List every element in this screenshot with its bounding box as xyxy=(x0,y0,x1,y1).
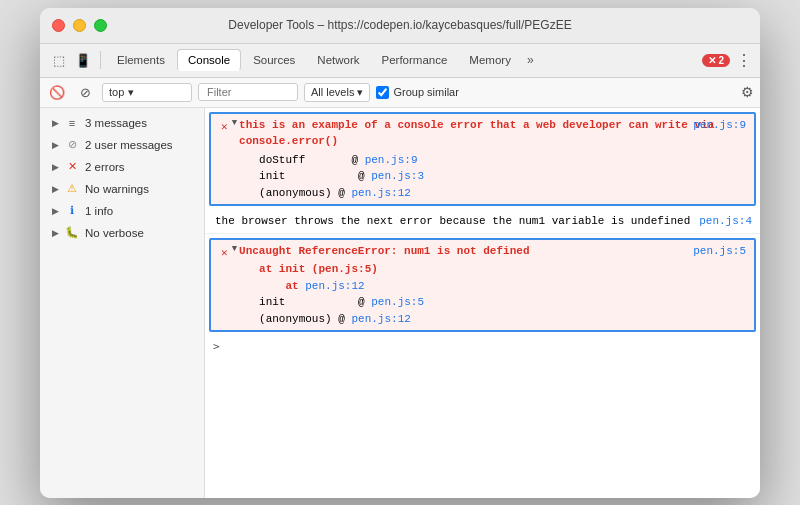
error1-icon: ✕ xyxy=(221,119,228,136)
error2-icon: ✕ xyxy=(221,245,228,262)
error2-slink1[interactable]: pen.js:12 xyxy=(351,313,410,325)
tab-performance[interactable]: Performance xyxy=(372,50,458,70)
sidebar-errors-label: 2 errors xyxy=(85,161,125,173)
console-entry-error2: ✕ ▼ Uncaught ReferenceError: num1 is not… xyxy=(209,238,756,333)
error2-sub2: at pen.js:12 xyxy=(259,278,748,295)
info-icon: ℹ xyxy=(65,204,79,218)
console-prompt[interactable]: > xyxy=(205,336,760,357)
console-settings-icon[interactable]: ⚙ xyxy=(741,84,754,100)
info1-main-text: the browser throws the next error becaus… xyxy=(215,215,690,227)
chevron-user-icon: ▶ xyxy=(52,140,59,150)
error2-content: Uncaught ReferenceError: num1 is not def… xyxy=(239,243,748,328)
error1-main-text: this is an example of a console error th… xyxy=(239,119,714,148)
chevron-verbose-icon: ▶ xyxy=(52,228,59,238)
content-area: ▶ ≡ 3 messages ▶ ⊘ 2 user messages ▶ ✕ 2… xyxy=(40,108,760,498)
minimize-button[interactable] xyxy=(73,19,86,32)
close-button[interactable] xyxy=(52,19,65,32)
list-icon: ≡ xyxy=(65,116,79,130)
verbose-icon: 🐛 xyxy=(65,226,79,240)
error1-stack-row-2: (anonymous) @ pen.js:12 xyxy=(259,185,748,202)
error2-stack-row-1: (anonymous) @ pen.js:12 xyxy=(259,311,748,328)
window-controls xyxy=(52,19,107,32)
title-bar: Developer Tools – https://codepen.io/kay… xyxy=(40,8,760,44)
console-output: ✕ ▼ this is an example of a console erro… xyxy=(205,108,760,498)
sidebar-item-user-messages[interactable]: ▶ ⊘ 2 user messages xyxy=(40,134,204,156)
tab-console[interactable]: Console xyxy=(177,49,241,71)
error2-stack: at init (pen.js:5) at pen.js:12 init @ p… xyxy=(239,261,748,327)
error1-link0[interactable]: pen.js:9 xyxy=(365,154,418,166)
error2-file-link[interactable]: pen.js:5 xyxy=(693,245,746,257)
inspect-icon[interactable]: ⬚ xyxy=(48,49,70,71)
error2-fn1: (anonymous) xyxy=(259,313,332,325)
chevron-warnings-icon: ▶ xyxy=(52,184,59,194)
error1-collapse-arrow[interactable]: ▼ xyxy=(232,117,237,131)
sidebar-item-verbose[interactable]: ▶ 🐛 No verbose xyxy=(40,222,204,244)
toolbar-right: ✕ 2 ⋮ xyxy=(702,51,752,70)
error1-link2[interactable]: pen.js:12 xyxy=(351,187,410,199)
warning-icon: ⚠ xyxy=(65,182,79,196)
console-input[interactable] xyxy=(224,340,624,353)
tab-network[interactable]: Network xyxy=(307,50,369,70)
sidebar-user-label: 2 user messages xyxy=(85,139,173,151)
menu-dots-button[interactable]: ⋮ xyxy=(736,51,752,70)
console-toolbar: 🚫 ⊘ top ▾ All levels ▾ Group similar ⚙ xyxy=(40,78,760,108)
context-label: top xyxy=(109,86,124,98)
error1-link1[interactable]: pen.js:3 xyxy=(371,170,424,182)
console-entry-info1: the browser throws the next error becaus… xyxy=(205,210,760,234)
maximize-button[interactable] xyxy=(94,19,107,32)
error1-stack-row-0: doStuff @ pen.js:9 xyxy=(259,152,748,169)
sidebar-item-errors[interactable]: ▶ ✕ 2 errors xyxy=(40,156,204,178)
sidebar-verbose-label: No verbose xyxy=(85,227,144,239)
error2-slink0[interactable]: pen.js:5 xyxy=(371,296,424,308)
group-similar-label[interactable]: Group similar xyxy=(376,86,458,99)
chevron-messages-icon: ▶ xyxy=(52,118,59,128)
error-icon: ✕ xyxy=(65,160,79,174)
error-count-badge: ✕ 2 xyxy=(702,54,730,67)
context-select[interactable]: top ▾ xyxy=(102,83,192,102)
error1-fn2: (anonymous) xyxy=(259,187,332,199)
sidebar-warnings-label: No warnings xyxy=(85,183,149,195)
level-select[interactable]: All levels ▾ xyxy=(304,83,370,102)
toolbar-separator xyxy=(100,51,101,69)
chevron-info-icon: ▶ xyxy=(52,206,59,216)
group-similar-text: Group similar xyxy=(393,86,458,98)
console-entry-error1: ✕ ▼ this is an example of a console erro… xyxy=(209,112,756,207)
error1-fn0: doStuff xyxy=(259,154,305,166)
filter-input[interactable] xyxy=(198,83,298,101)
group-similar-checkbox[interactable] xyxy=(376,86,389,99)
error1-stack: doStuff @ pen.js:9 init @ pen.js:3 (anon… xyxy=(239,152,748,202)
info1-file-link[interactable]: pen.js:4 xyxy=(699,215,752,227)
sidebar-item-info[interactable]: ▶ ℹ 1 info xyxy=(40,200,204,222)
more-tabs-button[interactable]: » xyxy=(527,53,534,67)
devtools-window: Developer Tools – https://codepen.io/kay… xyxy=(40,8,760,498)
tab-elements[interactable]: Elements xyxy=(107,50,175,70)
info1-file-ref[interactable]: pen.js:4 xyxy=(699,213,752,230)
error1-file-ref[interactable]: pen.js:9 xyxy=(693,117,746,134)
window-title: Developer Tools – https://codepen.io/kay… xyxy=(228,18,571,32)
tab-memory[interactable]: Memory xyxy=(459,50,521,70)
sidebar-messages-label: 3 messages xyxy=(85,117,147,129)
error2-link-at[interactable]: pen.js:12 xyxy=(305,280,364,292)
error1-file-link[interactable]: pen.js:9 xyxy=(693,119,746,131)
prompt-caret: > xyxy=(213,340,220,353)
error2-fn0: init xyxy=(259,296,285,308)
error2-sub-text2: at xyxy=(259,280,305,292)
sidebar: ▶ ≡ 3 messages ▶ ⊘ 2 user messages ▶ ✕ 2… xyxy=(40,108,205,498)
tab-sources[interactable]: Sources xyxy=(243,50,305,70)
error2-file-ref[interactable]: pen.js:5 xyxy=(693,243,746,260)
error2-collapse-arrow[interactable]: ▼ xyxy=(232,243,237,257)
info1-content: the browser throws the next error becaus… xyxy=(215,213,754,230)
error2-sub1: at init (pen.js:5) xyxy=(259,261,748,278)
error2-main-text: Uncaught ReferenceError: num1 is not def… xyxy=(239,245,529,257)
error2-sub-text1: at init (pen.js:5) xyxy=(259,263,378,275)
chevron-down-icon: ▾ xyxy=(128,86,134,99)
sidebar-item-messages[interactable]: ▶ ≡ 3 messages xyxy=(40,112,204,134)
device-icon[interactable]: 📱 xyxy=(72,49,94,71)
error1-fn1: init xyxy=(259,170,285,182)
clear-console-button[interactable]: 🚫 xyxy=(46,81,68,103)
level-chevron-icon: ▾ xyxy=(357,86,363,98)
error2-stack-row-0: init @ pen.js:5 xyxy=(259,294,748,311)
level-label: All levels xyxy=(311,86,354,98)
console-back-button[interactable]: ⊘ xyxy=(74,81,96,103)
sidebar-item-warnings[interactable]: ▶ ⚠ No warnings xyxy=(40,178,204,200)
